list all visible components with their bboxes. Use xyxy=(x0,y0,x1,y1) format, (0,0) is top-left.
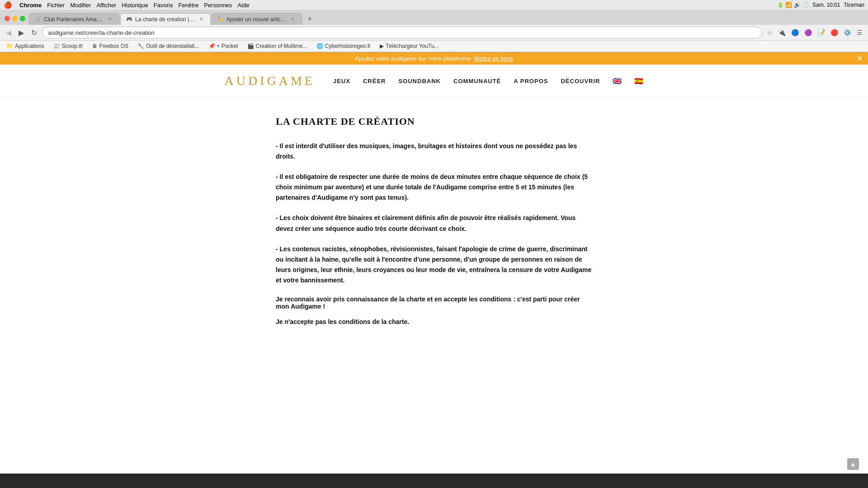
traffic-minimize[interactable] xyxy=(12,16,18,21)
bookmark-star-icon[interactable]: ☆ xyxy=(765,28,774,37)
extension1-icon[interactable]: 🔌 xyxy=(776,28,788,37)
tab1-favicon-icon: 🛒 xyxy=(35,16,41,23)
traffic-close[interactable] xyxy=(5,16,10,21)
bookmarks-bar: 📁 Applications 📰 Scoop.it! 🖥 Freebox OS … xyxy=(0,41,868,52)
tab3-favicon-icon: ✏️ xyxy=(217,16,224,23)
notification-text: Ajoutez votre audigame sur notre platefo… xyxy=(355,55,474,62)
menubar-modifier[interactable]: Modifier xyxy=(70,2,91,9)
site-header: AUDIGAME JEUX CRÉER SOUNDBANK COMMUNAUTÉ… xyxy=(0,65,868,98)
tab1-label: Club Partenaires Amazon... xyxy=(44,16,104,23)
scroll-to-top-button[interactable]: ▲ xyxy=(847,458,859,470)
menubar-favoris[interactable]: Favoris xyxy=(154,2,173,9)
navigation-bar: ◀ ▶ ↻ ☆ 🔌 🔵 🟣 📝 🔴 ⚙️ ☰ xyxy=(0,25,868,41)
bookmark-applications[interactable]: 📁 Applications xyxy=(4,42,47,50)
nav-jeux[interactable]: JEUX xyxy=(333,78,350,84)
lang-spanish-flag[interactable]: 🇪🇸 xyxy=(634,77,643,85)
extension2-icon[interactable]: 🔵 xyxy=(789,28,801,37)
traffic-maximize[interactable] xyxy=(20,16,25,21)
site-footer xyxy=(0,474,868,488)
tab1-close-icon[interactable]: ✕ xyxy=(107,16,113,23)
menubar-icons: 🔋 📶 🔊 🕐 xyxy=(777,2,809,8)
forward-button[interactable]: ▶ xyxy=(16,28,26,38)
bookmark-outil[interactable]: 🔧 Outil de désinstallati... xyxy=(135,42,202,50)
tab3-label: Ajouter un nouvel article · xyxy=(226,16,287,23)
tab-2[interactable]: 🎮 La charte de création | AU... ✕ xyxy=(120,13,211,25)
charter-rule-2: - Il est obligatoire de respecter une du… xyxy=(276,172,592,203)
menubar-datetime: Sam. 10:01 xyxy=(812,2,840,8)
bookmark-creation[interactable]: 🎬 Creation of Multime... xyxy=(245,42,310,50)
menubar-afficher[interactable]: Afficher xyxy=(96,2,116,9)
tabs-bar: 🛒 Club Partenaires Amazon... ✕ 🎮 La char… xyxy=(0,10,868,25)
menubar-fenetre[interactable]: Fenêtre xyxy=(178,2,198,9)
menubar: 🍎 Chrome Fichier Modifier Afficher Histo… xyxy=(0,0,868,10)
apple-logo-icon[interactable]: 🍎 xyxy=(4,1,12,9)
tab3-close-icon[interactable]: ✕ xyxy=(289,16,296,23)
decline-charter-link[interactable]: Je n'accepte pas les conditions de la ch… xyxy=(276,318,592,325)
nav-creer[interactable]: CRÉER xyxy=(363,78,386,84)
menubar-aide[interactable]: Aide xyxy=(237,2,249,9)
extension3-icon[interactable]: 🟣 xyxy=(802,28,814,37)
nav-decouvrir[interactable]: DÉCOUVRIR xyxy=(561,78,600,84)
extension5-icon[interactable]: 🔴 xyxy=(829,28,840,37)
extension4-icon[interactable]: 📝 xyxy=(816,28,827,37)
charter-rule-1: - Il est interdit d'utiliser des musique… xyxy=(276,141,592,162)
extension6-icon[interactable]: ⚙️ xyxy=(842,28,853,37)
tab2-label: La charte de création | AU... xyxy=(135,16,195,23)
tab-3[interactable]: ✏️ Ajouter un nouvel article · ✕ xyxy=(212,13,302,25)
bookmark-pocket[interactable]: 📌 + Pocket xyxy=(206,42,241,50)
nav-communaute[interactable]: COMMUNAUTÉ xyxy=(453,78,501,84)
menubar-personnes[interactable]: Personnes xyxy=(204,2,232,9)
accept-charter-link[interactable]: Je reconnais avoir pris connaissance de … xyxy=(276,296,592,310)
menubar-chrome[interactable]: Chrome xyxy=(19,2,42,9)
bookmark-cyberhistoire[interactable]: 🌐 Cyberhistoiregeo.fr xyxy=(314,42,373,50)
address-bar[interactable] xyxy=(42,27,762,38)
tab2-favicon-icon: 🎮 xyxy=(126,16,132,23)
browser-chrome: 🛒 Club Partenaires Amazon... ✕ 🎮 La char… xyxy=(0,10,868,52)
bookmark-freebox[interactable]: 🖥 Freebox OS xyxy=(89,42,131,50)
nav-apropos[interactable]: A PROPOS xyxy=(514,78,548,84)
menubar-historique[interactable]: Historique xyxy=(122,2,148,9)
nav-soundbank[interactable]: SOUNDBANK xyxy=(398,78,441,84)
lang-english-flag[interactable]: 🇬🇧 xyxy=(613,77,622,85)
bookmark-telechargeur[interactable]: ▶ Téléchargeur YouTu... xyxy=(377,42,442,50)
bookmark-scoopit[interactable]: 📰 Scoop.it! xyxy=(51,42,86,50)
site-logo[interactable]: AUDIGAME xyxy=(225,74,315,88)
tab-1[interactable]: 🛒 Club Partenaires Amazon... ✕ xyxy=(29,13,119,25)
main-content: LA CHARTE DE CRÉATION - Il est interdit … xyxy=(258,116,610,325)
back-button[interactable]: ◀ xyxy=(4,28,14,38)
tab2-close-icon[interactable]: ✕ xyxy=(198,16,205,23)
notification-link[interactable]: Mettre en ligne xyxy=(474,55,513,62)
new-tab-button[interactable]: + xyxy=(305,14,315,25)
charter-rule-3: - Les choix doivent être binaires et cla… xyxy=(276,213,592,234)
refresh-button[interactable]: ↻ xyxy=(29,28,39,38)
notification-banner: Ajoutez votre audigame sur notre platefo… xyxy=(0,52,868,65)
notification-close-icon[interactable]: ✕ xyxy=(857,54,863,63)
site-navigation: JEUX CRÉER SOUNDBANK COMMUNAUTÉ A PROPOS… xyxy=(333,77,643,85)
menubar-fichier[interactable]: Fichier xyxy=(47,2,65,9)
nav-icons: ☆ 🔌 🔵 🟣 📝 🔴 ⚙️ ☰ xyxy=(765,28,864,37)
menu-icon[interactable]: ☰ xyxy=(855,28,864,37)
page-title: LA CHARTE DE CRÉATION xyxy=(276,116,592,127)
menubar-user: Ticeman xyxy=(844,2,864,8)
charter-rule-4: - Les contenus racistes, xénophobes, rév… xyxy=(276,244,592,286)
